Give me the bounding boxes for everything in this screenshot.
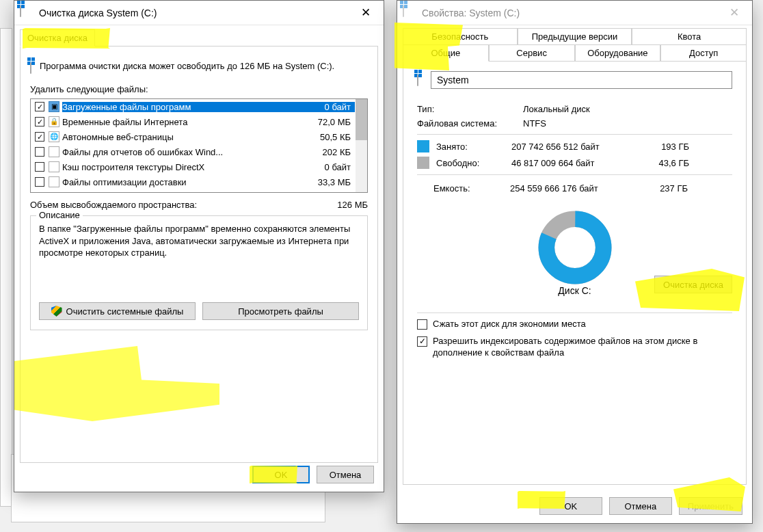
clean-system-files-button[interactable]: Очистить системные файлы [39, 302, 196, 320]
ok-button[interactable]: OK [252, 466, 310, 483]
description-text: В папке "Загруженные файлы программ" вре… [39, 223, 359, 278]
free-human: 43,6 ГБ [641, 158, 689, 168]
file-list-item[interactable]: Файлы оптимизации доставки33,3 МБ [31, 174, 367, 189]
description-legend: Описание [36, 210, 83, 220]
file-name: Автономные веб-страницы [62, 132, 307, 142]
used-swatch [417, 140, 429, 152]
file-checkbox[interactable] [35, 162, 44, 172]
file-type-icon [49, 161, 59, 172]
used-bytes: 207 742 656 512 байт [511, 142, 641, 152]
index-checkbox[interactable]: ✓ [417, 336, 427, 347]
tab-previous-versions[interactable]: Предыдущие версии [518, 28, 632, 45]
drive-icon [403, 6, 416, 20]
file-list-item[interactable]: Файлы для отчетов об ошибках Wind...202 … [31, 144, 367, 159]
usage-donut-chart [537, 210, 613, 285]
file-name: Временные файлы Интернета [62, 117, 307, 127]
file-type-icon [49, 176, 59, 187]
file-name: Файлы для отчетов об ошибках Wind... [62, 147, 307, 157]
file-type-icon: ▣ [49, 101, 59, 112]
close-icon[interactable]: ✕ [353, 3, 378, 23]
files-listbox[interactable]: ✓▣Загруженные файлы программ0 байт✓🔒Врем… [30, 98, 368, 193]
file-list-item[interactable]: Кэш построителя текстуры DirectX0 байт [31, 159, 367, 174]
drive-icon [20, 6, 34, 20]
file-size: 202 КБ [307, 147, 355, 157]
filesystem-value: NTFS [523, 118, 546, 129]
tab-quota[interactable]: Квота [632, 28, 747, 45]
file-checkbox[interactable]: ✓ [35, 132, 44, 142]
drive-properties-window: Свойства: System (C:) ✕ Безопасность Пре… [397, 0, 753, 524]
used-label: Занято: [436, 142, 511, 152]
total-value: 126 МБ [313, 200, 368, 210]
file-type-icon: 🌐 [49, 131, 59, 142]
drive-icon [30, 63, 31, 73]
file-name: Файлы оптимизации доставки [62, 177, 307, 187]
compress-checkbox[interactable] [417, 319, 427, 330]
capacity-human: 237 ГБ [640, 183, 688, 194]
background-fragment [0, 28, 12, 507]
file-size: 33,3 МБ [307, 177, 355, 187]
tab-security[interactable]: Безопасность [403, 28, 518, 45]
description-group: Описание В папке "Загруженные файлы прог… [30, 215, 368, 330]
cancel-button[interactable]: Отмена [609, 497, 672, 515]
file-type-icon: 🔒 [49, 116, 59, 127]
filesystem-label: Файловая система: [417, 118, 523, 129]
close-icon[interactable]: ✕ [722, 3, 747, 23]
disk-cleanup-button[interactable]: Очистка диска [654, 276, 732, 293]
file-size: 50,5 КБ [307, 132, 355, 142]
file-checkbox[interactable]: ✓ [35, 117, 44, 127]
tab-cleanup[interactable]: Очистка диска [20, 29, 95, 46]
scrollbar-thumb[interactable] [356, 99, 367, 140]
tab-tools[interactable]: Сервис [489, 44, 575, 62]
cancel-button[interactable]: Отмена [317, 466, 374, 483]
type-value: Локальный диск [523, 104, 590, 114]
file-size: 0 байт [307, 162, 355, 172]
tab-sharing[interactable]: Доступ [660, 44, 747, 62]
tab-hardware[interactable]: Оборудование [575, 44, 661, 62]
summary-text: Программа очистки диска может освободить… [40, 60, 334, 72]
shield-icon [51, 306, 62, 317]
titlebar[interactable]: Свойства: System (C:) ✕ [397, 1, 752, 25]
index-label: Разрешить индексировать содержимое файло… [433, 336, 732, 359]
window-title: Свойства: System (C:) [422, 8, 722, 18]
file-checkbox[interactable] [35, 147, 44, 157]
disk-cleanup-window: Очистка диска System (C:) ✕ Очистка диск… [14, 0, 384, 492]
type-label: Тип: [417, 104, 523, 114]
apply-button[interactable]: Применить [679, 497, 742, 515]
capacity-bytes: 254 559 666 176 байт [510, 183, 640, 194]
tab-general[interactable]: Общие [403, 44, 489, 62]
file-checkbox[interactable]: ✓ [35, 102, 44, 111]
clean-system-files-label: Очистить системные файлы [66, 306, 184, 317]
titlebar[interactable]: Очистка диска System (C:) ✕ [14, 1, 384, 25]
disk-label: Диск C: [537, 285, 613, 296]
file-size: 0 байт [307, 102, 355, 112]
free-swatch [417, 157, 429, 169]
drive-name-input[interactable] [431, 71, 732, 89]
file-name: Кэш построителя текстуры DirectX [62, 162, 307, 172]
delete-files-label: Удалить следующие файлы: [30, 84, 368, 94]
window-title: Очистка диска System (C:) [39, 8, 353, 18]
free-bytes: 46 817 009 664 байт [511, 158, 641, 168]
view-files-button[interactable]: Просмотреть файлы [202, 302, 359, 320]
file-list-item[interactable]: ✓🌐Автономные веб-страницы50,5 КБ [31, 129, 367, 144]
file-list-item[interactable]: ✓🔒Временные файлы Интернета72,0 МБ [31, 114, 367, 129]
file-name: Загруженные файлы программ [62, 102, 307, 112]
total-label: Объем высвобождаемого пространства: [30, 200, 313, 210]
file-type-icon [49, 146, 59, 157]
file-size: 72,0 МБ [307, 117, 355, 127]
drive-icon [417, 75, 418, 85]
compress-label: Сжать этот диск для экономии места [433, 319, 586, 330]
file-list-item[interactable]: ✓▣Загруженные файлы программ0 байт [31, 99, 367, 114]
capacity-label: Емкость: [433, 183, 510, 194]
file-checkbox[interactable] [35, 177, 44, 187]
free-label: Свободно: [436, 158, 511, 168]
used-human: 193 ГБ [641, 142, 689, 152]
ok-button[interactable]: OK [539, 497, 602, 515]
